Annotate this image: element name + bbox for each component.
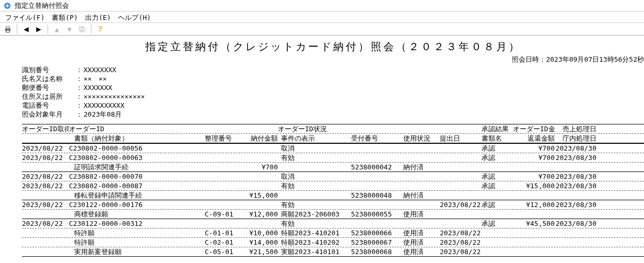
back-arrow-icon[interactable]: ◀ <box>21 25 31 34</box>
app-icon <box>3 2 11 10</box>
cell: 取消 <box>278 172 351 181</box>
cell <box>205 163 241 171</box>
cell: ¥14,000 <box>241 238 278 247</box>
table-row: 2023/08/22C230122-0000-00176有効2023/08/22… <box>22 200 644 210</box>
applicant-info: 識別番号：XXXXXXXX 氏名又は名称：×× ×× 郵便番号：XXXXXXX … <box>22 65 644 119</box>
cell: 使用済 <box>403 238 440 247</box>
report-datetime-value: 2023年09月07日13時56分52秒 <box>546 55 644 63</box>
cell <box>482 191 513 200</box>
svg-rect-2 <box>6 27 9 29</box>
cell: 承認 <box>482 144 513 153</box>
table-header: オーダーID取得 オーダーID オーダーID状況 承認結果 オーダーID金額 売… <box>22 124 644 144</box>
cell: 特願2023-410201 <box>278 228 351 237</box>
cell: 2023/08/22 <box>22 181 69 190</box>
cell: 2023/08/22 <box>22 144 69 153</box>
cell <box>482 210 513 219</box>
cell: ¥700 <box>513 172 555 181</box>
cell: C230802-0000-00087 <box>69 181 205 190</box>
cell: 2023/08/22 <box>440 247 482 256</box>
table-row: 移転登録申請関連手続¥15,0005238000048納付済 <box>22 191 644 200</box>
label-zip: 郵便番号 <box>22 83 74 92</box>
cell: C-02-01 <box>205 238 241 247</box>
cell <box>482 228 513 237</box>
cell: ¥15,000 <box>513 181 555 190</box>
hdr-order-amount: オーダーID金額 <box>513 124 555 133</box>
cell <box>555 210 596 219</box>
cell: 2023/08/30 <box>555 153 596 162</box>
copy-icon[interactable] <box>77 25 87 34</box>
hdr-usage: 使用状況 <box>403 134 440 143</box>
cell: 特許願 <box>69 238 205 247</box>
forward-arrow-icon[interactable]: ▶ <box>34 25 43 34</box>
cell <box>351 200 403 209</box>
menubar: ファイル(F) 書類(P) 出力(E) ヘルプ(H) <box>0 12 644 23</box>
hdr-order-date: オーダーID取得 <box>22 124 69 133</box>
label-name: 氏名又は名称 <box>22 74 74 83</box>
cell <box>440 191 482 200</box>
cell <box>403 144 440 153</box>
cell <box>22 247 69 256</box>
cell <box>403 219 440 228</box>
cell: C-09-01 <box>205 210 241 219</box>
cell: C-05-01 <box>205 247 241 256</box>
cell <box>513 247 555 256</box>
cell <box>555 228 596 237</box>
report-datetime-label: 照会日時： <box>512 55 546 63</box>
cell <box>205 219 241 228</box>
cell: 2023/08/22 <box>440 200 482 209</box>
cell: 移転登録申請関連手続 <box>69 191 205 200</box>
table-row: 2023/08/22C230802-0000-00063有効承認¥7002023… <box>22 153 644 163</box>
hdr-seq: 整理番号 <box>205 134 241 143</box>
cell: ¥10,000 <box>241 228 278 237</box>
toolbar-separator <box>17 25 17 34</box>
cell: 2023/08/22 <box>22 172 69 181</box>
report-title: 指定立替納付（クレジットカード納付）照会（２０２３年０８月） <box>22 40 644 54</box>
help-icon[interactable]: ? <box>96 25 105 34</box>
toolbar: ◀ ▶ ▲ ▼ ? <box>0 23 644 36</box>
cell: C230122-0000-00312 <box>69 219 205 228</box>
cell: ¥700 <box>513 144 555 153</box>
cell <box>513 238 555 247</box>
cell <box>205 200 241 209</box>
hdr-docname: 書類名 <box>482 134 513 143</box>
label-addr: 住所又は居所 <box>22 92 74 101</box>
print-icon[interactable] <box>3 25 13 34</box>
cell: ¥15,000 <box>241 191 278 200</box>
payments-table: オーダーID取得 オーダーID オーダーID状況 承認結果 オーダーID金額 売… <box>22 124 644 257</box>
cell <box>22 210 69 219</box>
up-arrow-icon[interactable]: ▲ <box>52 25 62 34</box>
cell: C230802-0000-00056 <box>69 144 205 153</box>
cell <box>440 163 482 171</box>
cell: 承認 <box>482 219 513 228</box>
menu-file[interactable]: ファイル(F) <box>5 13 44 21</box>
cell: 特許願 <box>69 228 205 237</box>
value-target: 2023年08月 <box>84 110 122 119</box>
table-row: 2023/08/22C230802-0000-00070取消承認¥7002023… <box>22 172 644 181</box>
cell: 5238000055 <box>351 210 403 219</box>
cell <box>351 181 403 190</box>
cell <box>241 172 278 181</box>
cell: 5238000048 <box>351 191 403 200</box>
hdr-case: 事件の表示 <box>278 134 351 143</box>
down-arrow-icon[interactable]: ▼ <box>65 25 74 34</box>
cell: 2023/08/22 <box>22 153 69 162</box>
cell: C230122-0000-00176 <box>69 200 205 209</box>
cell <box>440 153 482 162</box>
menu-output[interactable]: 出力(E) <box>85 13 111 21</box>
table-body: 2023/08/22C230802-0000-00056取消承認¥7002023… <box>22 144 644 257</box>
cell <box>440 219 482 228</box>
cell: 承認 <box>482 181 513 190</box>
cell <box>22 163 69 171</box>
menu-help[interactable]: ヘルプ(H) <box>118 13 150 21</box>
cell: 納付済 <box>403 191 440 200</box>
cell <box>205 153 241 162</box>
cell <box>555 191 596 200</box>
value-addr: ××××××××××××××× <box>84 92 145 101</box>
cell: 特願2023-410202 <box>278 238 351 247</box>
cell: 承認 <box>482 153 513 162</box>
cell: 有効 <box>278 181 351 190</box>
cell: ¥700 <box>241 163 278 171</box>
cell <box>555 247 596 256</box>
menu-doc[interactable]: 書類(P) <box>52 13 77 21</box>
hdr-refund: 返還金額 <box>513 134 555 143</box>
